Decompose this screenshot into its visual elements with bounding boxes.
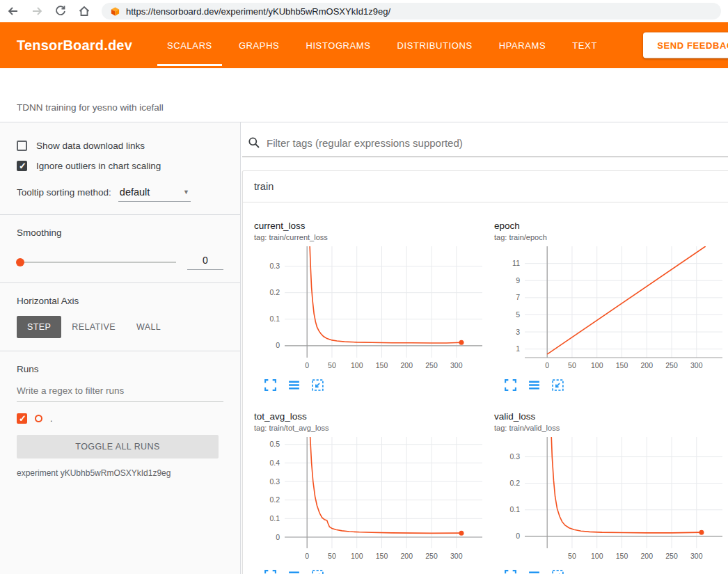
smoothing-slider-thumb[interactable] [16, 258, 24, 266]
svg-text:3: 3 [516, 328, 520, 336]
address-bar[interactable]: https://tensorboard.dev/experiment/yKUbh… [102, 3, 721, 19]
tab-hparams[interactable]: HPARAMS [496, 22, 549, 68]
toggle-all-runs-button[interactable]: TOGGLE ALL RUNS [17, 435, 219, 459]
tab-distributions[interactable]: DISTRIBUTIONS [395, 22, 475, 68]
data-table-icon[interactable] [528, 378, 541, 392]
axis-button-group: STEP RELATIVE WALL [17, 316, 223, 338]
ignore-outliers-label: Ignore outliers in chart scaling [36, 161, 161, 171]
run-name: . [50, 413, 53, 424]
chart-card: epoch tag: train/epoch 05010015020025030… [493, 221, 728, 392]
axis-step-button[interactable]: STEP [17, 316, 61, 338]
forward-icon[interactable] [31, 5, 43, 17]
svg-text:7: 7 [516, 293, 520, 301]
runs-section: Runs . TOGGLE ALL RUNS experiment yKUbhb… [0, 351, 240, 491]
tab-graphs[interactable]: GRAPHS [236, 22, 283, 68]
chevron-down-icon: ▼ [183, 189, 189, 196]
svg-text:0.3: 0.3 [509, 452, 520, 461]
run-color-swatch-icon [35, 415, 42, 422]
search-icon [248, 136, 260, 149]
show-download-links-checkbox-row[interactable]: Show data download links [17, 141, 223, 151]
fit-domain-icon[interactable] [311, 569, 324, 574]
svg-text:150: 150 [376, 361, 388, 369]
chart-toolbar [253, 566, 488, 574]
chart-plot[interactable]: 05010015020025030000.10.20.3 [253, 243, 488, 375]
checkbox-checked-icon[interactable] [17, 161, 27, 171]
url-text: https://tensorboard.dev/experiment/yKUbh… [126, 6, 390, 17]
svg-text:200: 200 [400, 361, 413, 369]
smoothing-value-input[interactable]: 0 [187, 255, 223, 270]
chart-title: current_loss [253, 221, 488, 231]
runs-filter-input[interactable] [17, 383, 223, 402]
charts-grid: current_loss tag: train/current_loss 050… [243, 202, 728, 574]
svg-text:0.1: 0.1 [509, 505, 520, 513]
tab-scalars[interactable]: SCALARS [164, 22, 215, 68]
axis-wall-button[interactable]: WALL [126, 316, 171, 338]
runs-label: Runs [17, 364, 223, 374]
chart-tag: tag: train/tot_avg_loss [253, 424, 488, 432]
ignore-outliers-checkbox-row[interactable]: Ignore outliers in chart scaling [17, 161, 223, 171]
chart-toolbar [493, 566, 728, 574]
smoothing-slider-row: 0 [17, 255, 223, 270]
horizontal-axis-label: Horizontal Axis [17, 296, 223, 306]
svg-text:9: 9 [516, 276, 520, 285]
svg-text:200: 200 [400, 552, 413, 560]
data-table-icon[interactable] [287, 378, 301, 392]
experiment-title-row: TDNN training for yesno with icefall [0, 68, 728, 122]
svg-text:0.3: 0.3 [269, 262, 280, 270]
svg-text:250: 250 [665, 552, 678, 560]
expand-chart-icon[interactable] [264, 569, 277, 574]
chart-plot[interactable]: 0501001502002503001357911 [493, 243, 728, 375]
svg-text:0: 0 [276, 341, 280, 349]
svg-text:300: 300 [450, 361, 463, 369]
experiment-caption: experiment yKUbhb5wRmOSXYkId1z9eg [17, 468, 223, 478]
svg-text:0.1: 0.1 [269, 314, 280, 323]
svg-text:150: 150 [616, 361, 628, 369]
send-feedback-button[interactable]: SEND FEEDBACK [643, 33, 728, 58]
tab-histograms[interactable]: HISTOGRAMS [303, 22, 373, 68]
fit-domain-icon[interactable] [551, 569, 564, 574]
chart-card: current_loss tag: train/current_loss 050… [253, 221, 488, 392]
scalars-main: train current_loss tag: train/current_lo… [241, 122, 728, 574]
general-settings-section: Show data download links Ignore outliers… [0, 122, 240, 214]
expand-chart-icon[interactable] [504, 569, 517, 574]
svg-text:300: 300 [450, 552, 463, 560]
tab-text[interactable]: TEXT [569, 22, 600, 68]
svg-text:0.2: 0.2 [509, 479, 520, 487]
expand-chart-icon[interactable] [264, 378, 277, 392]
svg-text:100: 100 [351, 552, 363, 560]
svg-text:50: 50 [328, 552, 336, 560]
data-table-icon[interactable] [528, 569, 541, 574]
svg-text:0: 0 [305, 552, 309, 560]
svg-text:0.3: 0.3 [269, 477, 280, 486]
group-header[interactable]: train [243, 171, 728, 202]
svg-text:0.5: 0.5 [269, 440, 280, 448]
axis-relative-button[interactable]: RELATIVE [61, 316, 126, 338]
expand-chart-icon[interactable] [504, 378, 517, 392]
svg-text:0: 0 [545, 361, 549, 369]
chart-tag: tag: train/current_loss [253, 233, 488, 241]
filter-tags-input[interactable] [267, 137, 728, 149]
svg-text:300: 300 [690, 552, 703, 560]
reload-icon[interactable] [54, 5, 67, 17]
run-checkbox-icon[interactable] [17, 413, 27, 424]
chart-plot[interactable]: 05010015020025030000.10.20.30.40.5 [253, 433, 488, 566]
chart-title: tot_avg_loss [253, 411, 488, 422]
svg-text:1: 1 [516, 344, 520, 353]
brand-logo[interactable]: TensorBoard.dev [17, 38, 132, 54]
data-table-icon[interactable] [287, 569, 301, 574]
tooltip-sorting-select[interactable]: default ▼ [118, 186, 191, 202]
back-icon[interactable] [7, 5, 19, 17]
content: Show data download links Ignore outliers… [0, 122, 728, 574]
svg-text:50: 50 [568, 361, 576, 369]
main-nav: SCALARS GRAPHS HISTOGRAMS DISTRIBUTIONS … [164, 22, 600, 68]
chart-plot[interactable]: 5010015020025030000.10.20.3 [493, 433, 728, 566]
app-header: TensorBoard.dev SCALARS GRAPHS HISTOGRAM… [0, 22, 728, 68]
svg-text:0.2: 0.2 [269, 288, 280, 296]
run-list-item[interactable]: . [17, 413, 223, 424]
fit-domain-icon[interactable] [311, 378, 324, 392]
fit-domain-icon[interactable] [551, 378, 564, 392]
checkbox-unchecked-icon[interactable] [17, 141, 27, 151]
home-icon[interactable] [78, 5, 90, 17]
tooltip-sorting-label: Tooltip sorting method: [17, 187, 111, 198]
smoothing-slider[interactable] [17, 262, 176, 263]
